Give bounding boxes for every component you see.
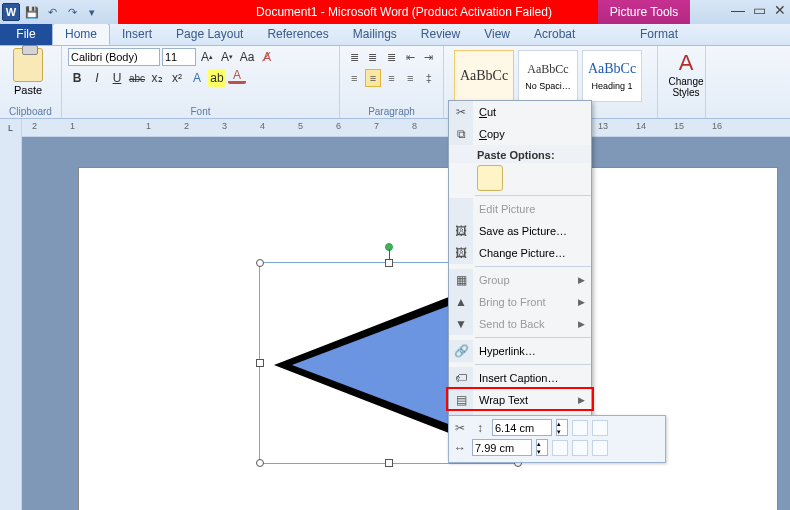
line-spacing-icon[interactable]: ‡ xyxy=(420,69,437,87)
underline-button[interactable]: U xyxy=(108,69,126,87)
paste-button[interactable]: Paste xyxy=(6,48,50,96)
ruler-horizontal[interactable]: 2 1 1 2 3 4 5 6 7 8 9 10 11 12 13 14 15 … xyxy=(22,119,790,137)
width-input[interactable] xyxy=(472,439,532,456)
ctx-cut[interactable]: ✂ Cut xyxy=(449,101,591,123)
save-icon[interactable]: 💾 xyxy=(24,4,40,20)
tab-insert[interactable]: Insert xyxy=(110,23,164,45)
window-close-button[interactable]: ✕ xyxy=(774,2,786,18)
align-left-icon[interactable]: ≡ xyxy=(346,69,363,87)
group-change-styles: A Change Styles xyxy=(658,46,706,118)
ctx-save-as-picture[interactable]: 🖼 Save as Picture… xyxy=(449,220,591,242)
window-minimize-button[interactable]: — xyxy=(731,2,745,18)
font-name-select[interactable] xyxy=(68,48,160,66)
wrap-icon[interactable] xyxy=(572,440,588,456)
group-label-clipboard: Clipboard xyxy=(0,106,61,117)
style-heading1[interactable]: AaBbCc Heading 1 xyxy=(582,50,642,102)
hyperlink-icon: 🔗 xyxy=(449,340,473,362)
resize-handle-sw[interactable] xyxy=(256,459,264,467)
tab-view[interactable]: View xyxy=(472,23,522,45)
send-backward-icon[interactable] xyxy=(592,420,608,436)
change-case-button[interactable]: Aa xyxy=(238,48,256,66)
style-normal[interactable]: AaBbCc xyxy=(454,50,514,102)
page[interactable] xyxy=(78,167,778,510)
bring-forward-icon[interactable] xyxy=(572,420,588,436)
width-spinner[interactable]: ▴▾ xyxy=(536,439,548,456)
picture-tools-tab-label: Picture Tools xyxy=(598,0,690,24)
window-maximize-button[interactable]: ▭ xyxy=(753,2,766,18)
text-effects-button[interactable]: A xyxy=(188,69,206,87)
wrap-text-icon: ▤ xyxy=(449,389,473,411)
tab-references[interactable]: References xyxy=(255,23,340,45)
ctx-send-to-back: ▼ Send to Back ▶ xyxy=(449,313,591,335)
ruler-corner[interactable]: L xyxy=(0,119,22,137)
resize-handle-w[interactable] xyxy=(256,359,264,367)
subscript-button[interactable]: x₂ xyxy=(148,69,166,87)
align-center-icon[interactable]: ≡ xyxy=(365,69,382,87)
italic-button[interactable]: I xyxy=(88,69,106,87)
window-controls: — ▭ ✕ xyxy=(731,2,786,18)
submenu-arrow-icon: ▶ xyxy=(578,275,585,285)
decrease-indent-icon[interactable]: ⇤ xyxy=(402,48,419,66)
grow-font-icon[interactable]: A▴ xyxy=(198,48,216,66)
resize-handle-n[interactable] xyxy=(385,259,393,267)
redo-icon[interactable]: ↷ xyxy=(64,4,80,20)
resize-handle-nw[interactable] xyxy=(256,259,264,267)
align-right-icon[interactable]: ≡ xyxy=(383,69,400,87)
font-size-select[interactable] xyxy=(162,48,196,66)
bullets-icon[interactable]: ≣ xyxy=(346,48,363,66)
group-clipboard: Paste Clipboard xyxy=(0,46,62,118)
copy-icon: ⧉ xyxy=(449,123,473,145)
tab-mailings[interactable]: Mailings xyxy=(341,23,409,45)
height-spinner[interactable]: ▴▾ xyxy=(556,419,568,436)
ruler-vertical[interactable] xyxy=(0,137,22,510)
tab-acrobat[interactable]: Acrobat xyxy=(522,23,587,45)
numbering-icon[interactable]: ≣ xyxy=(365,48,382,66)
ctx-copy[interactable]: ⧉ Copy xyxy=(449,123,591,145)
change-picture-icon: 🖼 xyxy=(449,242,473,264)
tab-page-layout[interactable]: Page Layout xyxy=(164,23,255,45)
cut-icon: ✂ xyxy=(449,101,473,123)
ctx-paste-option-icon[interactable] xyxy=(477,165,503,191)
change-styles-icon: A xyxy=(679,50,694,76)
ctx-hyperlink[interactable]: 🔗 Hyperlink… xyxy=(449,340,591,362)
document-area[interactable] xyxy=(22,137,790,510)
edit-picture-icon xyxy=(449,198,473,220)
shrink-font-icon[interactable]: A▾ xyxy=(218,48,236,66)
highlight-button[interactable]: ab xyxy=(208,69,226,87)
tab-format[interactable]: Format xyxy=(628,23,690,45)
group-font: A▴ A▾ Aa A̸ B I U abc x₂ x² A ab A Font xyxy=(62,46,340,118)
multilevel-icon[interactable]: ≣ xyxy=(383,48,400,66)
quick-access-toolbar: W 💾 ↶ ↷ ▾ xyxy=(0,3,100,21)
tab-home[interactable]: Home xyxy=(52,23,110,45)
tab-review[interactable]: Review xyxy=(409,23,472,45)
ctx-insert-caption[interactable]: 🏷 Insert Caption… xyxy=(449,367,591,389)
strikethrough-button[interactable]: abc xyxy=(128,69,146,87)
word-app-icon[interactable]: W xyxy=(2,3,20,21)
change-styles-button[interactable]: A Change Styles xyxy=(664,48,708,98)
position-icon[interactable] xyxy=(552,440,568,456)
superscript-button[interactable]: x² xyxy=(168,69,186,87)
ribbon: Paste Clipboard A▴ A▾ Aa A̸ B I U abc x₂… xyxy=(0,46,790,119)
font-color-button[interactable]: A xyxy=(228,69,246,84)
undo-icon[interactable]: ↶ xyxy=(44,4,60,20)
resize-handle-s[interactable] xyxy=(385,459,393,467)
bold-button[interactable]: B xyxy=(68,69,86,87)
justify-icon[interactable]: ≡ xyxy=(402,69,419,87)
send-back-icon: ▼ xyxy=(449,313,473,335)
ctx-change-picture[interactable]: 🖼 Change Picture… xyxy=(449,242,591,264)
ctx-wrap-text[interactable]: ▤ Wrap Text ▶ xyxy=(449,389,591,411)
dialog-launcher-icon[interactable] xyxy=(592,440,608,456)
style-no-spacing[interactable]: AaBbCc No Spaci… xyxy=(518,50,578,102)
context-menu: ✂ Cut ⧉ Copy Paste Options: Edit Picture… xyxy=(448,100,592,456)
paste-label: Paste xyxy=(14,84,42,96)
bring-front-icon: ▲ xyxy=(449,291,473,313)
clear-formatting-icon[interactable]: A̸ xyxy=(258,48,276,66)
tab-file[interactable]: File xyxy=(0,23,52,45)
qat-dropdown-icon[interactable]: ▾ xyxy=(84,4,100,20)
crop-icon[interactable]: ✂ xyxy=(452,420,468,436)
ribbon-tabs: File Home Insert Page Layout References … xyxy=(0,24,790,46)
ctx-group: ▦ Group ▶ xyxy=(449,269,591,291)
increase-indent-icon[interactable]: ⇥ xyxy=(420,48,437,66)
height-input[interactable] xyxy=(492,419,552,436)
picture-size-mini-toolbar: ✂ ↕ ▴▾ ↔ ▴▾ xyxy=(448,415,666,463)
